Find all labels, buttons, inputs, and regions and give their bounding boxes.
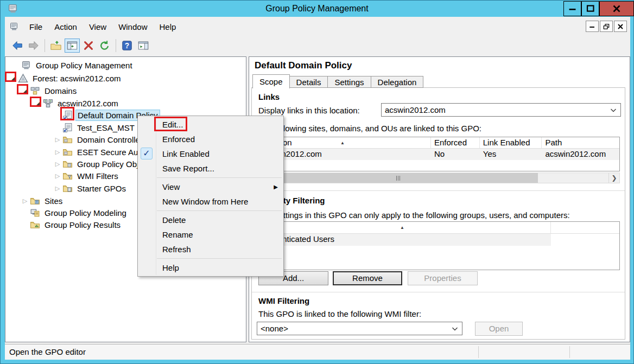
column-blank[interactable] [551, 222, 619, 233]
minimize-icon [567, 3, 579, 15]
help-button[interactable] [119, 39, 135, 53]
menu-item-link-enabled[interactable]: ✓Link Enabled [138, 146, 283, 161]
domain-icon [43, 98, 53, 108]
menu-item-new-window-from-here[interactable]: New Window from Here [138, 194, 283, 209]
wmi-filter-combobox[interactable]: <none> [257, 322, 462, 335]
expand-arrow-icon[interactable]: ▷ [53, 185, 62, 192]
menu-item-save-report[interactable]: Save Report... [138, 161, 283, 176]
expand-arrow-icon[interactable]: ▷ [20, 197, 30, 205]
submenu-arrow-icon: ▶ [274, 180, 278, 194]
delete-icon [83, 40, 94, 52]
wmi-filter-value: <none> [261, 324, 288, 333]
minimize-button[interactable] [563, 1, 581, 16]
expand-arrow-icon[interactable]: ▷ [53, 136, 62, 143]
linked-to-gpo-label: The following sites, domains, and OUs ar… [258, 124, 481, 133]
child-close-button[interactable] [614, 21, 627, 32]
tab-settings[interactable]: Settings [328, 76, 371, 88]
display-links-label: Display links in this location: [258, 106, 360, 115]
gpo-icon [62, 123, 73, 133]
status-bar: Open the GPO editor [5, 344, 630, 360]
annotation-box-edit-menu-item [154, 117, 187, 131]
menu-item-rename[interactable]: Rename [138, 227, 283, 242]
tab-scope[interactable]: Scope [252, 74, 290, 88]
expand-arrow-icon[interactable]: ▷ [53, 149, 62, 156]
action-pane-icon [137, 40, 149, 52]
show-action-pane-button[interactable] [136, 39, 151, 53]
column-link-enabled[interactable]: Link Enabled [480, 137, 542, 148]
tree-item-domains[interactable]: ◢Domains [6, 85, 245, 97]
console-tree-icon [66, 40, 78, 52]
delete-button[interactable] [81, 39, 96, 53]
annotation-box-domains-arrow [17, 84, 28, 94]
column-enforced[interactable]: Enforced [431, 137, 480, 148]
child-minimize-button[interactable] [586, 21, 599, 32]
horizontal-scrollbar[interactable]: ❯ [257, 173, 620, 183]
tree-item-forest[interactable]: ◢Forest: acswin2012.com [6, 72, 245, 84]
cell-link-enabled: Yes [480, 149, 542, 160]
tree-item-label: Domains [43, 86, 78, 96]
title-bar[interactable]: Group Policy Management [1, 1, 633, 17]
tree-item-label: Starter GPOs [75, 183, 128, 194]
links-heading: Links [258, 92, 280, 101]
menu-separator [157, 177, 282, 178]
links-table-row[interactable]: acswin2012.com No Yes acswin2012.com [258, 149, 619, 160]
menu-item-view[interactable]: View▶ [138, 180, 283, 194]
refresh-button[interactable] [97, 39, 112, 53]
security-filtering-description: The settings in this GPO can only apply … [258, 210, 570, 220]
section-divider [252, 190, 625, 191]
tree-item-label: Group Policy Results [43, 220, 122, 230]
tree-item-domain-acswin2012[interactable]: ◢acswin2012.com [6, 97, 245, 109]
menu-item-enforced[interactable]: Enforced [138, 132, 283, 146]
forward-button[interactable] [26, 39, 41, 53]
menu-item-help[interactable]: Help [138, 260, 283, 275]
gpo-title: Default Domain Policy [255, 60, 352, 71]
security-list-header[interactable]: ▲ [258, 222, 619, 234]
expand-arrow-icon[interactable]: ▷ [53, 161, 62, 168]
workspace: Group Policy Management ◢Forest: acswin2… [5, 55, 630, 344]
close-icon [616, 22, 625, 31]
help-icon [121, 40, 133, 52]
column-name[interactable]: ▲ [258, 222, 551, 233]
domains-icon [30, 86, 40, 96]
wmi-filtering-heading: WMI Filtering [258, 296, 309, 305]
show-console-tree-button[interactable] [65, 39, 80, 53]
scroll-right-button[interactable]: ❯ [608, 173, 619, 183]
expand-arrow-icon[interactable]: ▷ [53, 173, 62, 180]
menu-window[interactable]: Window [112, 20, 153, 34]
security-list-row[interactable]: Authenticated Users [258, 234, 551, 246]
restore-icon [602, 22, 611, 31]
tree-item-group-policy-management[interactable]: Group Policy Management [6, 59, 245, 71]
close-button[interactable] [599, 1, 634, 16]
export-list-button[interactable] [48, 39, 64, 53]
tree-item-label: WMI Filters [75, 171, 120, 181]
gpmc-window: Group Policy Management File Action View… [0, 0, 634, 364]
remove-button[interactable]: Remove [333, 271, 402, 285]
menu-separator [157, 210, 282, 211]
menu-view[interactable]: View [83, 20, 112, 34]
cell-group-name: Authenticated Users [258, 234, 551, 246]
open-button[interactable]: Open [475, 322, 523, 336]
menu-help[interactable]: Help [153, 20, 182, 34]
sites-folder-icon [30, 196, 40, 206]
chevron-down-icon [610, 108, 617, 112]
tab-details[interactable]: Details [290, 76, 328, 88]
properties-button[interactable]: Properties [408, 271, 478, 285]
status-text: Open the GPO editor [9, 344, 86, 360]
menu-item-refresh[interactable]: Refresh [138, 242, 283, 257]
scrollbar-thumb[interactable] [258, 173, 538, 183]
toolbar-separator [45, 39, 45, 52]
status-bar-divider [569, 346, 570, 358]
links-table-header[interactable]: Location▲ Enforced Link Enabled Path [258, 137, 619, 149]
location-combobox[interactable]: acswin2012.com [381, 103, 621, 117]
wmi-folder-icon [62, 171, 73, 181]
back-button[interactable] [10, 39, 25, 53]
annotation-box-gpo-icon [60, 107, 74, 120]
column-path[interactable]: Path [542, 137, 619, 148]
tab-delegation[interactable]: Delegation [371, 76, 424, 88]
child-restore-button[interactable] [600, 21, 613, 32]
menu-action[interactable]: Action [48, 20, 83, 34]
menu-item-delete[interactable]: Delete [138, 213, 283, 227]
maximize-icon [585, 3, 597, 15]
maximize-button[interactable] [581, 1, 599, 16]
menu-file[interactable]: File [23, 20, 48, 34]
